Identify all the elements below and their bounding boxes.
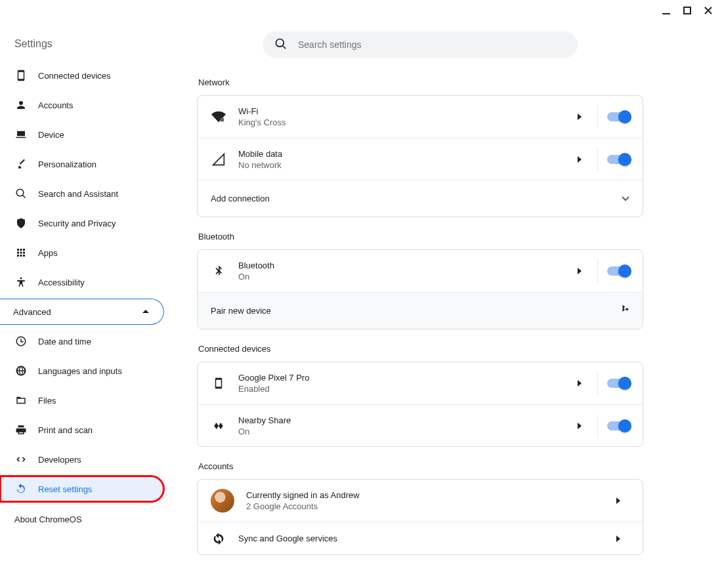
sidebar-item-label: Accessibility xyxy=(38,278,85,287)
sidebar-item-languages[interactable]: Languages and inputs xyxy=(0,358,164,384)
sidebar-item-personalization[interactable]: Personalization xyxy=(0,151,164,177)
wifi-icon xyxy=(211,109,226,125)
print-icon xyxy=(14,423,28,436)
chevron-right-icon xyxy=(576,379,584,387)
sidebar-item-about[interactable]: About ChromeOS xyxy=(0,505,164,524)
code-icon xyxy=(14,453,28,466)
phone-icon xyxy=(211,375,226,391)
sync-row[interactable]: Sync and Google services xyxy=(198,522,643,555)
sidebar-item-label: Security and Privacy xyxy=(38,219,116,228)
phone-toggle[interactable] xyxy=(607,379,629,388)
bluetooth-icon xyxy=(211,263,226,279)
sidebar-item-label: Connected devices xyxy=(38,71,111,81)
clock-icon xyxy=(14,335,28,348)
divider xyxy=(597,414,598,438)
sidebar-item-label: Developers xyxy=(38,455,81,465)
svg-rect-1 xyxy=(684,7,690,14)
sidebar-item-device[interactable]: Device xyxy=(0,121,164,148)
sidebar-item-search-assistant[interactable]: Search and Assistant xyxy=(0,180,164,207)
sidebar-item-date-time[interactable]: Date and time xyxy=(0,328,164,354)
section-label-network: Network xyxy=(198,77,642,87)
chevron-right-icon xyxy=(576,422,584,430)
add-connection-label: Add connection xyxy=(211,194,622,203)
sidebar-item-label: Files xyxy=(38,396,56,406)
about-label: About ChromeOS xyxy=(14,514,82,524)
phone-row[interactable]: Google Pixel 7 Pro Enabled xyxy=(198,362,643,404)
divider xyxy=(597,259,598,283)
sidebar-item-files[interactable]: Files xyxy=(0,387,164,413)
wifi-title: Wi-Fi xyxy=(238,106,570,116)
laptop-icon xyxy=(14,128,28,141)
divider xyxy=(597,148,598,171)
connected-card: Google Pixel 7 Pro Enabled Nearby Share … xyxy=(197,362,643,447)
pair-device-row[interactable]: Pair new device xyxy=(198,292,643,329)
bluetooth-toggle[interactable] xyxy=(607,266,629,276)
chevron-right-icon xyxy=(615,497,623,505)
nearby-share-icon xyxy=(211,418,226,434)
search-icon xyxy=(14,187,28,200)
bluetooth-row[interactable]: Bluetooth On xyxy=(198,250,643,292)
reset-icon xyxy=(14,482,28,495)
phone-title: Google Pixel 7 Pro xyxy=(238,373,570,383)
window-controls xyxy=(662,0,722,21)
nearby-share-row[interactable]: Nearby Share On xyxy=(198,404,643,446)
phone-sub: Enabled xyxy=(238,384,570,394)
sidebar-item-label: Reset settings xyxy=(38,484,92,494)
bluetooth-card: Bluetooth On Pair new device xyxy=(197,249,643,329)
folder-icon xyxy=(14,394,28,407)
chevron-up-icon xyxy=(142,307,149,317)
search-input[interactable] xyxy=(298,39,566,50)
sync-icon xyxy=(211,531,226,547)
chevron-right-icon xyxy=(576,267,584,275)
svg-rect-0 xyxy=(662,13,670,14)
sidebar-item-label: Languages and inputs xyxy=(38,366,122,376)
main-content: Network Wi-Fi King's Cross Mobile data N… xyxy=(197,32,643,555)
minimize-button[interactable] xyxy=(662,6,671,15)
brush-icon xyxy=(14,158,28,171)
mobile-data-row[interactable]: Mobile data No network xyxy=(198,138,643,180)
maximize-button[interactable] xyxy=(683,6,692,15)
sidebar-item-label: Apps xyxy=(38,248,58,258)
sidebar-item-accounts[interactable]: Accounts xyxy=(0,92,164,118)
signed-in-title: Currently signed in as Andrew xyxy=(246,490,608,500)
person-icon xyxy=(14,98,28,112)
chevron-right-icon xyxy=(576,113,584,121)
divider xyxy=(597,105,598,129)
search-icon xyxy=(274,37,287,52)
phone-icon xyxy=(14,69,28,82)
signed-in-row[interactable]: Currently signed in as Andrew 2 Google A… xyxy=(198,480,643,522)
sidebar-item-security-privacy[interactable]: Security and Privacy xyxy=(0,210,164,236)
sidebar-item-developers[interactable]: Developers xyxy=(0,446,164,472)
sidebar-section-advanced[interactable]: Advanced xyxy=(0,299,164,325)
close-button[interactable] xyxy=(704,6,713,15)
network-card: Wi-Fi King's Cross Mobile data No networ… xyxy=(197,95,643,217)
divider xyxy=(597,371,598,395)
wifi-row[interactable]: Wi-Fi King's Cross xyxy=(198,96,643,138)
bluetooth-sub: On xyxy=(238,272,570,282)
nearby-title: Nearby Share xyxy=(238,415,570,425)
section-label-bluetooth: Bluetooth xyxy=(198,232,642,242)
bluetooth-title: Bluetooth xyxy=(238,261,570,270)
sidebar-item-connected-devices[interactable]: Connected devices xyxy=(0,62,164,89)
accessibility-icon xyxy=(14,276,28,289)
wifi-toggle[interactable] xyxy=(607,112,629,121)
add-connection-row[interactable]: Add connection xyxy=(198,180,643,217)
sidebar-item-apps[interactable]: Apps xyxy=(0,240,164,266)
section-label-accounts: Accounts xyxy=(198,461,642,471)
sidebar-item-print-scan[interactable]: Print and scan xyxy=(0,417,164,443)
sidebar-item-label: Print and scan xyxy=(38,425,93,435)
nearby-toggle[interactable] xyxy=(607,421,629,430)
sidebar-item-reset-settings[interactable]: Reset settings xyxy=(0,476,164,502)
cellular-icon xyxy=(211,152,226,167)
sidebar-title: Settings xyxy=(0,38,164,59)
sync-title: Sync and Google services xyxy=(238,534,608,543)
search-bar[interactable] xyxy=(263,32,578,58)
sidebar-item-label: Personalization xyxy=(38,159,96,169)
mobile-sub: No network xyxy=(238,160,570,170)
chevron-right-icon xyxy=(576,156,584,163)
sidebar-item-accessibility[interactable]: Accessibility xyxy=(0,269,164,295)
mobile-toggle[interactable] xyxy=(607,155,629,164)
advanced-label: Advanced xyxy=(13,307,51,317)
sidebar: Settings Connected devices Accounts Devi… xyxy=(0,0,164,588)
sidebar-item-label: Device xyxy=(38,130,64,140)
